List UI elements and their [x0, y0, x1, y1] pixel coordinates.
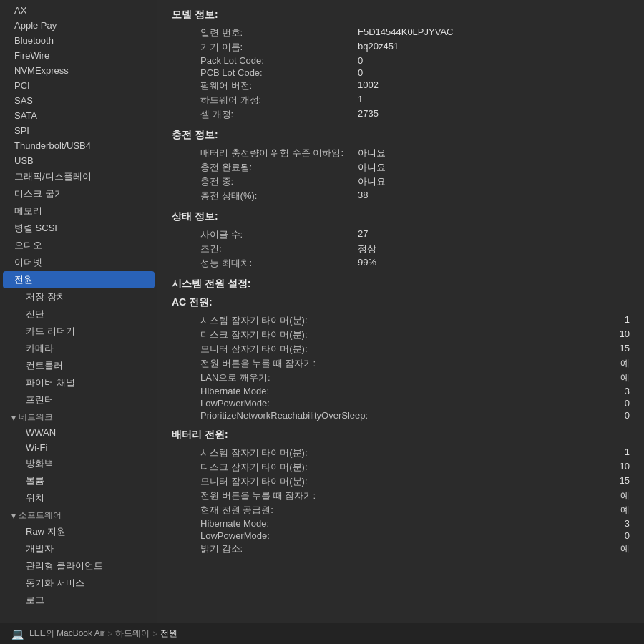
sidebar-item-개발자[interactable]: 개발자 — [0, 540, 157, 557]
sidebar-item-Apple-Pay[interactable]: Apple Pay — [0, 18, 157, 33]
info-value: 0 — [358, 67, 363, 78]
sidebar-item-NVMExpress[interactable]: NVMExpress — [0, 63, 157, 78]
sidebar-item-이더넷[interactable]: 이더넷 — [0, 254, 157, 271]
ac-value: 10 — [601, 461, 630, 474]
info-label: 충전 완료됨: — [172, 161, 358, 174]
sidebar-item-SPI[interactable]: SPI — [0, 123, 157, 138]
breadcrumb-sep1: > — [107, 629, 112, 639]
info-label: PCB Lot Code: — [172, 67, 358, 78]
table-row: 모니터 잠자기 타이머(분):15 — [172, 342, 630, 356]
sidebar-group-소프트웨어: ▾소프트웨어 — [0, 507, 157, 523]
ac-value: 예 — [601, 504, 630, 517]
sidebar-item-PCI[interactable]: PCI — [0, 78, 157, 93]
sidebar-item-오디오[interactable]: 오디오 — [0, 237, 157, 254]
info-value: 0 — [358, 55, 363, 66]
ac-value: 1 — [601, 447, 630, 459]
table-row: 충전 완료됨:아니요 — [172, 160, 630, 175]
sidebar-item-방화벽[interactable]: 방화벽 — [0, 455, 157, 472]
info-label: 하드웨어 개정: — [172, 94, 358, 107]
info-value: 아니요 — [358, 161, 386, 174]
sidebar-item-카드-리더기[interactable]: 카드 리더기 — [0, 323, 157, 340]
table-row: LowPowerMode:0 — [172, 530, 630, 542]
ac-label: 디스크 잠자기 타이머(분): — [172, 461, 601, 474]
sidebar-item-파이버-채널[interactable]: 파이버 채널 — [0, 374, 157, 391]
table-row: Hibernate Mode:3 — [172, 385, 630, 397]
info-label: 성능 최대치: — [172, 257, 358, 270]
ac-info-block: 시스템 잠자기 타이머(분):1디스크 잠자기 타이머(분):10모니터 잠자기… — [172, 313, 630, 421]
table-row: 조건:정상 — [172, 242, 630, 256]
table-row: 밝기 감소:예 — [172, 542, 630, 556]
sidebar-item-Thunderbolt/USB4[interactable]: Thunderbolt/USB4 — [0, 138, 157, 153]
sidebar: AXApple PayBluetoothFireWireNVMExpressPC… — [0, 0, 157, 623]
sidebar-item-메모리[interactable]: 메모리 — [0, 203, 157, 220]
sidebar-item-관리형-클라이언트[interactable]: 관리형 클라이언트 — [0, 557, 157, 575]
ac-value: 3 — [601, 518, 630, 529]
info-value: F5D14544K0LPJYVAC — [358, 26, 453, 39]
info-label: 사이클 수: — [172, 228, 358, 241]
table-row: 충전 중:아니요 — [172, 175, 630, 189]
sidebar-item-병렬-SCSI[interactable]: 병렬 SCSI — [0, 220, 157, 237]
info-label: 조건: — [172, 243, 358, 255]
charge-section-title: 충전 정보: — [172, 129, 630, 142]
sidebar-item-저장-장치[interactable]: 저장 장치 — [0, 288, 157, 306]
info-label: 충전 중: — [172, 175, 358, 188]
table-row: 전원 버튼을 누를 때 잠자기:예 — [172, 489, 630, 503]
ac-value: 0 — [601, 530, 630, 541]
sidebar-item-동기화-서비스[interactable]: 동기화 서비스 — [0, 575, 157, 592]
table-row: 현재 전원 공급원:예 — [172, 503, 630, 517]
info-label: 충전 상태(%): — [172, 190, 358, 203]
sidebar-item-전원[interactable]: 전원 — [3, 271, 155, 288]
ac-label: Hibernate Mode: — [172, 518, 601, 529]
table-row: 하드웨어 개정:1 — [172, 93, 630, 107]
sidebar-item-카메라[interactable]: 카메라 — [0, 340, 157, 357]
sidebar-item-Wi-Fi[interactable]: Wi-Fi — [0, 440, 157, 455]
sidebar-item-그래픽/디스플레이[interactable]: 그래픽/디스플레이 — [0, 168, 157, 185]
sidebar-item-SAS[interactable]: SAS — [0, 93, 157, 108]
ac-value: 예 — [601, 489, 630, 502]
ac-value: 3 — [601, 386, 630, 396]
sidebar-item-프린터[interactable]: 프린터 — [0, 391, 157, 409]
sidebar-item-볼륨[interactable]: 볼륨 — [0, 472, 157, 489]
sidebar-item-Raw-지원[interactable]: Raw 지원 — [0, 523, 157, 540]
sidebar-item-진단[interactable]: 진단 — [0, 306, 157, 323]
system-power-title: 시스템 전원 설정: — [172, 278, 630, 291]
breadcrumb-level2: 전원 — [160, 628, 177, 640]
sidebar-item-디스크-굽기[interactable]: 디스크 굽기 — [0, 185, 157, 203]
table-row: 펌웨어 버전:1002 — [172, 79, 630, 93]
ac-label: 밝기 감소: — [172, 542, 601, 555]
ac-value: 예 — [601, 357, 630, 370]
ac-label: 디스크 잠자기 타이머(분): — [172, 328, 601, 341]
table-row: Pack Lot Code:0 — [172, 54, 630, 67]
chevron-icon: ▾ — [11, 511, 16, 521]
info-value: 27 — [358, 228, 368, 241]
laptop-icon: 💻 — [11, 628, 24, 640]
sidebar-item-SATA[interactable]: SATA — [0, 108, 157, 123]
ac-value: 15 — [601, 343, 630, 356]
ac-label: Hibernate Mode: — [172, 386, 601, 396]
sidebar-item-AX[interactable]: AX — [0, 3, 157, 18]
breadcrumb-level1: 하드웨어 — [115, 628, 150, 640]
sidebar-item-WWAN[interactable]: WWAN — [0, 425, 157, 440]
sidebar-item-컨트롤러[interactable]: 컨트롤러 — [0, 357, 157, 374]
sidebar-item-로그[interactable]: 로그 — [0, 592, 157, 609]
table-row: 충전 상태(%):38 — [172, 189, 630, 203]
breadcrumb: 💻 LEE의 MacBook Air > 하드웨어 > 전원 — [0, 623, 644, 644]
table-row: LowPowerMode:0 — [172, 397, 630, 409]
table-row: 배터리 충전량이 위험 수준 이하임:아니요 — [172, 146, 630, 160]
model-info-block: 일련 번호:F5D14544K0LPJYVAC기기 이름:bq20z451Pac… — [172, 26, 630, 122]
sidebar-item-Bluetooth[interactable]: Bluetooth — [0, 33, 157, 48]
table-row: 시스템 잠자기 타이머(분):1 — [172, 446, 630, 460]
info-label: Pack Lot Code: — [172, 55, 358, 66]
table-row: 모니터 잠자기 타이머(분):15 — [172, 474, 630, 489]
ac-label: 전원 버튼을 누를 때 잠자기: — [172, 489, 601, 502]
ac-value: 예 — [601, 371, 630, 384]
sidebar-item-FireWire[interactable]: FireWire — [0, 48, 157, 63]
sidebar-item-위치[interactable]: 위치 — [0, 489, 157, 507]
charge-info-block: 배터리 충전량이 위험 수준 이하임:아니요충전 완료됨:아니요충전 중:아니요… — [172, 146, 630, 203]
sidebar-item-USB[interactable]: USB — [0, 153, 157, 168]
table-row: 일련 번호:F5D14544K0LPJYVAC — [172, 26, 630, 40]
model-section-title: 모델 정보: — [172, 9, 630, 21]
table-row: 셀 개정:2735 — [172, 107, 630, 122]
info-label: 배터리 충전량이 위험 수준 이하임: — [172, 147, 358, 160]
info-value: 아니요 — [358, 175, 386, 188]
